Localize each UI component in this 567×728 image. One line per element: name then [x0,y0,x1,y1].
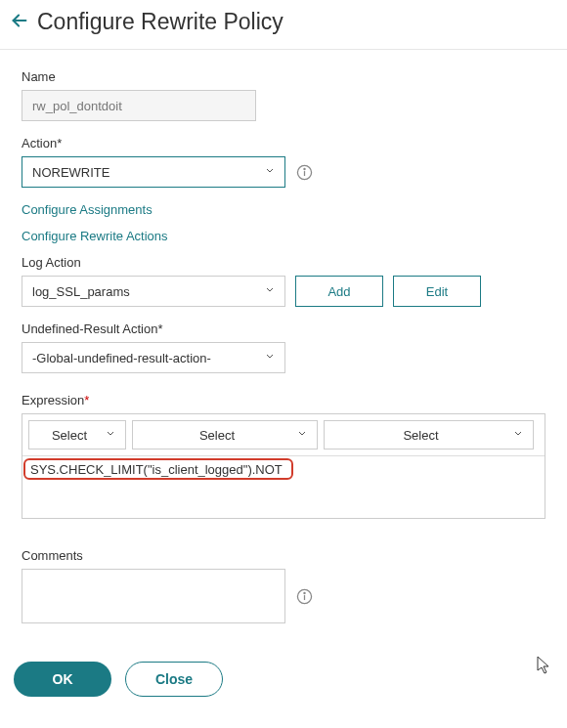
back-arrow-icon[interactable] [6,8,33,35]
configure-rewrite-actions-link[interactable]: Configure Rewrite Actions [22,229,545,243]
comments-label: Comments [22,548,545,563]
undef-action-select[interactable]: -Global-undefined-result-action- [22,342,285,373]
log-action-label: Log Action [22,255,545,270]
expression-label: Expression* [22,393,545,407]
info-icon[interactable] [295,163,313,181]
ok-button[interactable]: OK [14,662,111,697]
action-label: Action* [22,136,545,150]
expression-select-3[interactable]: Select [324,420,534,450]
name-input [22,90,256,121]
comments-textarea[interactable] [22,569,285,623]
log-action-select[interactable]: log_SSL_params [22,276,285,307]
action-select[interactable]: NOREWRITE [22,156,285,188]
name-label: Name [22,69,545,84]
undef-action-label: Undefined-Result Action* [22,321,545,336]
info-icon[interactable] [295,587,313,605]
svg-point-5 [303,592,304,593]
add-button[interactable]: Add [295,276,383,307]
expression-select-1[interactable]: Select [28,420,126,450]
close-button[interactable]: Close [125,662,223,697]
edit-button[interactable]: Edit [393,276,481,307]
required-asterisk: * [84,393,89,407]
expression-textarea[interactable] [22,456,545,515]
page-title: Configure Rewrite Policy [37,9,284,35]
configure-assignments-link[interactable]: Configure Assignments [22,202,545,217]
expression-select-2[interactable]: Select [132,420,318,450]
svg-point-2 [303,168,304,169]
